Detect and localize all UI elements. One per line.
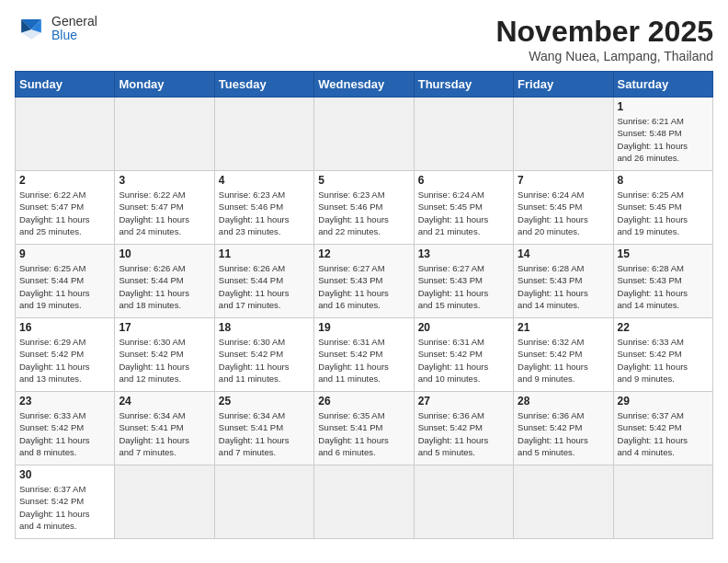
day-info: Sunrise: 6:27 AM Sunset: 5:43 PM Dayligh… — [418, 262, 509, 311]
day-info: Sunrise: 6:33 AM Sunset: 5:42 PM Dayligh… — [19, 409, 110, 458]
calendar-day-cell: 3Sunrise: 6:22 AM Sunset: 5:47 PM Daylig… — [115, 171, 214, 245]
header: General Blue November 2025 Wang Nuea, La… — [15, 15, 713, 63]
calendar-day-cell: 18Sunrise: 6:30 AM Sunset: 5:42 PM Dayli… — [214, 318, 313, 392]
day-info: Sunrise: 6:23 AM Sunset: 5:46 PM Dayligh… — [219, 189, 310, 237]
calendar-day-cell — [514, 465, 613, 539]
calendar-table: SundayMondayTuesdayWednesdayThursdayFrid… — [15, 71, 713, 539]
calendar-day-cell: 22Sunrise: 6:33 AM Sunset: 5:42 PM Dayli… — [613, 318, 712, 392]
day-number: 15 — [618, 247, 709, 260]
day-info: Sunrise: 6:25 AM Sunset: 5:45 PM Dayligh… — [618, 189, 709, 237]
day-number: 25 — [219, 395, 310, 408]
day-number: 23 — [19, 395, 110, 408]
calendar-header: SundayMondayTuesdayWednesdayThursdayFrid… — [16, 72, 713, 98]
calendar-day-cell: 8Sunrise: 6:25 AM Sunset: 5:45 PM Daylig… — [613, 171, 712, 245]
calendar-day-cell — [314, 98, 414, 171]
day-info: Sunrise: 6:21 AM Sunset: 5:48 PM Dayligh… — [618, 115, 709, 164]
calendar-day-cell: 10Sunrise: 6:26 AM Sunset: 5:44 PM Dayli… — [115, 245, 214, 318]
day-info: Sunrise: 6:28 AM Sunset: 5:43 PM Dayligh… — [518, 262, 609, 311]
day-number: 12 — [318, 247, 409, 260]
day-number: 22 — [618, 321, 709, 334]
day-number: 29 — [618, 395, 709, 408]
day-info: Sunrise: 6:23 AM Sunset: 5:46 PM Dayligh… — [318, 189, 409, 237]
day-number: 11 — [219, 247, 310, 260]
day-number: 6 — [418, 174, 509, 187]
calendar-week-row: 1Sunrise: 6:21 AM Sunset: 5:48 PM Daylig… — [16, 98, 713, 171]
calendar-day-cell — [613, 465, 712, 539]
calendar-day-cell: 28Sunrise: 6:36 AM Sunset: 5:42 PM Dayli… — [514, 392, 613, 465]
calendar-day-cell — [314, 465, 414, 539]
calendar-body: 1Sunrise: 6:21 AM Sunset: 5:48 PM Daylig… — [16, 98, 713, 539]
logo: General Blue — [15, 15, 97, 43]
day-info: Sunrise: 6:31 AM Sunset: 5:42 PM Dayligh… — [418, 336, 509, 385]
calendar-day-cell — [514, 98, 613, 171]
day-number: 18 — [219, 321, 310, 334]
day-info: Sunrise: 6:37 AM Sunset: 5:42 PM Dayligh… — [19, 483, 110, 532]
title-area: November 2025 Wang Nuea, Lampang, Thaila… — [495, 15, 713, 63]
day-number: 4 — [219, 174, 310, 187]
calendar-day-cell: 15Sunrise: 6:28 AM Sunset: 5:43 PM Dayli… — [613, 245, 712, 318]
day-info: Sunrise: 6:37 AM Sunset: 5:42 PM Dayligh… — [618, 409, 709, 458]
calendar-day-cell: 12Sunrise: 6:27 AM Sunset: 5:43 PM Dayli… — [314, 245, 414, 318]
calendar-week-row: 16Sunrise: 6:29 AM Sunset: 5:42 PM Dayli… — [16, 318, 713, 392]
calendar-day-cell: 14Sunrise: 6:28 AM Sunset: 5:43 PM Dayli… — [514, 245, 613, 318]
day-of-week-header: Tuesday — [214, 72, 313, 98]
day-number: 10 — [119, 247, 210, 260]
calendar-day-cell: 26Sunrise: 6:35 AM Sunset: 5:41 PM Dayli… — [314, 392, 414, 465]
calendar-week-row: 30Sunrise: 6:37 AM Sunset: 5:42 PM Dayli… — [16, 465, 713, 539]
day-number: 21 — [518, 321, 609, 334]
day-info: Sunrise: 6:27 AM Sunset: 5:43 PM Dayligh… — [318, 262, 409, 311]
calendar-day-cell: 17Sunrise: 6:30 AM Sunset: 5:42 PM Dayli… — [115, 318, 214, 392]
calendar-day-cell: 23Sunrise: 6:33 AM Sunset: 5:42 PM Dayli… — [16, 392, 115, 465]
calendar-day-cell: 16Sunrise: 6:29 AM Sunset: 5:42 PM Dayli… — [16, 318, 115, 392]
calendar-day-cell: 27Sunrise: 6:36 AM Sunset: 5:42 PM Dayli… — [414, 392, 513, 465]
calendar-day-cell — [214, 465, 313, 539]
day-info: Sunrise: 6:32 AM Sunset: 5:42 PM Dayligh… — [518, 336, 609, 385]
day-info: Sunrise: 6:36 AM Sunset: 5:42 PM Dayligh… — [518, 409, 609, 458]
calendar-day-cell — [115, 465, 214, 539]
calendar-day-cell: 13Sunrise: 6:27 AM Sunset: 5:43 PM Dayli… — [414, 245, 513, 318]
day-number: 3 — [119, 174, 210, 187]
day-number: 5 — [318, 174, 409, 187]
calendar-day-cell: 1Sunrise: 6:21 AM Sunset: 5:48 PM Daylig… — [613, 98, 712, 171]
day-info: Sunrise: 6:29 AM Sunset: 5:42 PM Dayligh… — [19, 336, 110, 385]
day-number: 14 — [518, 247, 609, 260]
calendar-week-row: 2Sunrise: 6:22 AM Sunset: 5:47 PM Daylig… — [16, 171, 713, 245]
day-info: Sunrise: 6:26 AM Sunset: 5:44 PM Dayligh… — [119, 262, 210, 311]
calendar-day-cell: 2Sunrise: 6:22 AM Sunset: 5:47 PM Daylig… — [16, 171, 115, 245]
calendar-day-cell — [414, 465, 513, 539]
day-number: 9 — [19, 247, 110, 260]
day-number: 24 — [119, 395, 210, 408]
calendar-day-cell: 9Sunrise: 6:25 AM Sunset: 5:44 PM Daylig… — [16, 245, 115, 318]
calendar-header-row: SundayMondayTuesdayWednesdayThursdayFrid… — [16, 72, 713, 98]
calendar-week-row: 23Sunrise: 6:33 AM Sunset: 5:42 PM Dayli… — [16, 392, 713, 465]
calendar-day-cell: 11Sunrise: 6:26 AM Sunset: 5:44 PM Dayli… — [214, 245, 313, 318]
day-info: Sunrise: 6:24 AM Sunset: 5:45 PM Dayligh… — [418, 189, 509, 237]
day-number: 26 — [318, 395, 409, 408]
day-of-week-header: Thursday — [414, 72, 513, 98]
day-info: Sunrise: 6:25 AM Sunset: 5:44 PM Dayligh… — [19, 262, 110, 311]
day-info: Sunrise: 6:22 AM Sunset: 5:47 PM Dayligh… — [119, 189, 210, 237]
day-number: 20 — [418, 321, 509, 334]
day-info: Sunrise: 6:36 AM Sunset: 5:42 PM Dayligh… — [418, 409, 509, 458]
calendar-week-row: 9Sunrise: 6:25 AM Sunset: 5:44 PM Daylig… — [16, 245, 713, 318]
calendar-day-cell — [414, 98, 513, 171]
calendar-day-cell — [115, 98, 214, 171]
day-info: Sunrise: 6:33 AM Sunset: 5:42 PM Dayligh… — [618, 336, 709, 385]
day-number: 2 — [19, 174, 110, 187]
day-number: 30 — [19, 468, 110, 481]
logo-text: General Blue — [51, 15, 97, 43]
day-of-week-header: Wednesday — [314, 72, 414, 98]
day-info: Sunrise: 6:28 AM Sunset: 5:43 PM Dayligh… — [618, 262, 709, 311]
day-info: Sunrise: 6:24 AM Sunset: 5:45 PM Dayligh… — [518, 189, 609, 237]
day-number: 7 — [518, 174, 609, 187]
calendar-day-cell: 24Sunrise: 6:34 AM Sunset: 5:41 PM Dayli… — [115, 392, 214, 465]
day-info: Sunrise: 6:30 AM Sunset: 5:42 PM Dayligh… — [219, 336, 310, 385]
day-number: 28 — [518, 395, 609, 408]
day-number: 16 — [19, 321, 110, 334]
day-of-week-header: Saturday — [613, 72, 712, 98]
calendar-day-cell — [16, 98, 115, 171]
day-number: 1 — [618, 100, 709, 113]
month-year-title: November 2025 — [495, 15, 713, 49]
calendar-day-cell: 30Sunrise: 6:37 AM Sunset: 5:42 PM Dayli… — [16, 465, 115, 539]
day-info: Sunrise: 6:26 AM Sunset: 5:44 PM Dayligh… — [219, 262, 310, 311]
